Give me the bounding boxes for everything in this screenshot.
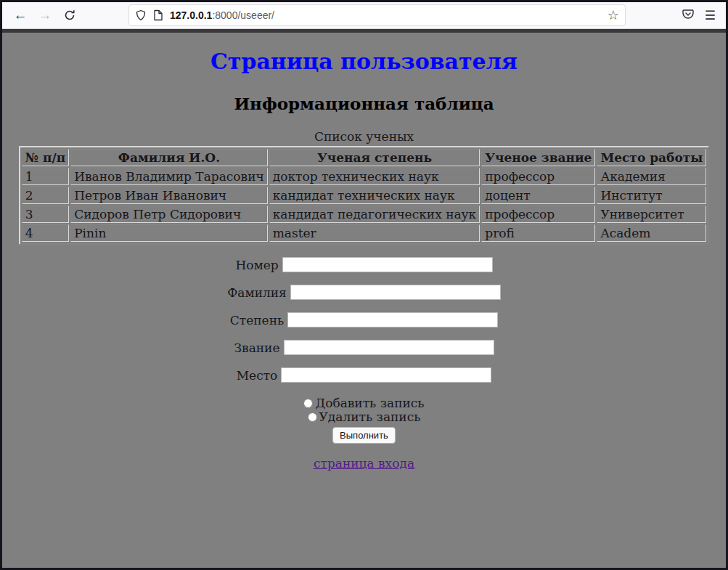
page-subtitle: Информационная таблица: [2, 94, 726, 113]
browser-window: ← → 127.0.0.1:8000/useeer/: [0, 0, 728, 570]
cell-rank: доцент: [481, 187, 595, 204]
radio-row-add: Добавить запись: [2, 396, 726, 410]
header-place: Место работы: [597, 149, 706, 166]
button-row: Выполнить: [2, 427, 726, 444]
execute-button[interactable]: Выполнить: [332, 427, 396, 444]
header-number: № п/п: [22, 149, 70, 166]
login-page-link[interactable]: страница входа: [314, 456, 414, 471]
cell-degree: master: [269, 224, 480, 242]
cell-number: 4: [22, 224, 70, 242]
cell-degree: кандидат педагогических наук: [269, 205, 480, 223]
cell-place: Институт: [597, 187, 706, 204]
form-row-surname: Фамилия: [2, 284, 726, 300]
table-row: 4 Pinin master profi Academ: [22, 224, 707, 242]
table-row: 3 Сидоров Петр Сидорович кандидат педаго…: [22, 205, 707, 223]
table-row: 2 Петров Иван Иванович кандидат техничес…: [22, 187, 707, 204]
link-row: страница входа: [2, 456, 726, 471]
cell-name: Петров Иван Иванович: [70, 187, 268, 204]
form-row-number: Номер: [2, 256, 726, 272]
delete-record-label: Удалить запись: [319, 410, 421, 424]
reload-icon: [64, 9, 75, 21]
pocket-icon[interactable]: [682, 7, 695, 23]
header-name: Фамилия И.О.: [70, 149, 268, 166]
url-host: 127.0.0.1: [170, 9, 212, 21]
forward-button[interactable]: →: [34, 4, 56, 26]
menu-icon[interactable]: ☰: [705, 8, 716, 23]
url-bar[interactable]: 127.0.0.1:8000/useeer/ ☆: [128, 4, 626, 26]
bookmark-star-icon[interactable]: ☆: [608, 7, 619, 23]
degree-input[interactable]: [287, 312, 498, 327]
number-input[interactable]: [282, 257, 493, 272]
forward-arrow-icon: →: [38, 7, 52, 23]
surname-input[interactable]: [290, 285, 501, 300]
reload-button[interactable]: [59, 4, 81, 26]
delete-record-radio[interactable]: [308, 412, 317, 422]
url-text: 127.0.0.1:8000/useeer/: [170, 9, 603, 21]
place-input[interactable]: [281, 367, 491, 383]
place-label: Место: [237, 368, 278, 383]
cell-name: Сидоров Петр Сидорович: [70, 205, 268, 223]
cell-place: Академия: [597, 168, 706, 185]
page-info-icon[interactable]: [153, 9, 163, 21]
cell-rank: профессор: [481, 168, 595, 185]
header-degree: Ученая степень: [269, 149, 480, 166]
cell-place: Университет: [597, 205, 706, 223]
cell-place: Academ: [597, 224, 706, 242]
form-row-place: Место: [2, 367, 726, 383]
add-record-radio[interactable]: [303, 399, 313, 408]
toolbar-right-group: ☰: [682, 7, 719, 23]
radio-row-delete: Удалить запись: [2, 410, 726, 424]
action-radio-group: Добавить запись Удалить запись: [2, 396, 726, 424]
cell-degree: кандидат технических наук: [269, 187, 480, 204]
header-rank: Ученое звание: [481, 149, 595, 166]
rank-label: Звание: [234, 341, 279, 355]
table-row: 1 Иванов Владимир Тарасович доктор техни…: [22, 168, 707, 185]
record-form: Номер Фамилия Степень Звание Место Добав…: [2, 256, 726, 444]
scientists-table: Список ученых № п/п Фамилия И.О. Ученая …: [19, 129, 710, 245]
degree-label: Степень: [230, 313, 284, 327]
cell-degree: доктор технических наук: [269, 168, 480, 185]
cell-rank: profi: [481, 224, 595, 242]
surname-label: Фамилия: [227, 285, 287, 300]
rank-input[interactable]: [284, 340, 494, 355]
table-header-row: № п/п Фамилия И.О. Ученая степень Ученое…: [22, 149, 707, 166]
page-title: Страница пользователя: [2, 49, 726, 74]
shield-icon[interactable]: [135, 9, 147, 21]
url-path: :8000/useeer/: [212, 9, 274, 21]
add-record-label: Добавить запись: [315, 396, 424, 410]
cell-name: Иванов Владимир Тарасович: [70, 168, 268, 185]
cell-name: Pinin: [70, 224, 268, 242]
cell-number: 3: [22, 205, 70, 223]
back-button[interactable]: ←: [9, 4, 31, 26]
back-arrow-icon: ←: [14, 7, 28, 23]
page-content: Страница пользователя Информационная таб…: [2, 33, 726, 568]
number-label: Номер: [235, 258, 278, 272]
table-caption: Список ученых: [19, 129, 710, 146]
cell-rank: профессор: [481, 205, 595, 223]
form-row-rank: Звание: [2, 339, 726, 355]
form-row-degree: Степень: [2, 312, 726, 327]
cell-number: 1: [22, 168, 70, 185]
browser-toolbar: ← → 127.0.0.1:8000/useeer/: [2, 2, 726, 29]
cell-number: 2: [22, 187, 70, 204]
